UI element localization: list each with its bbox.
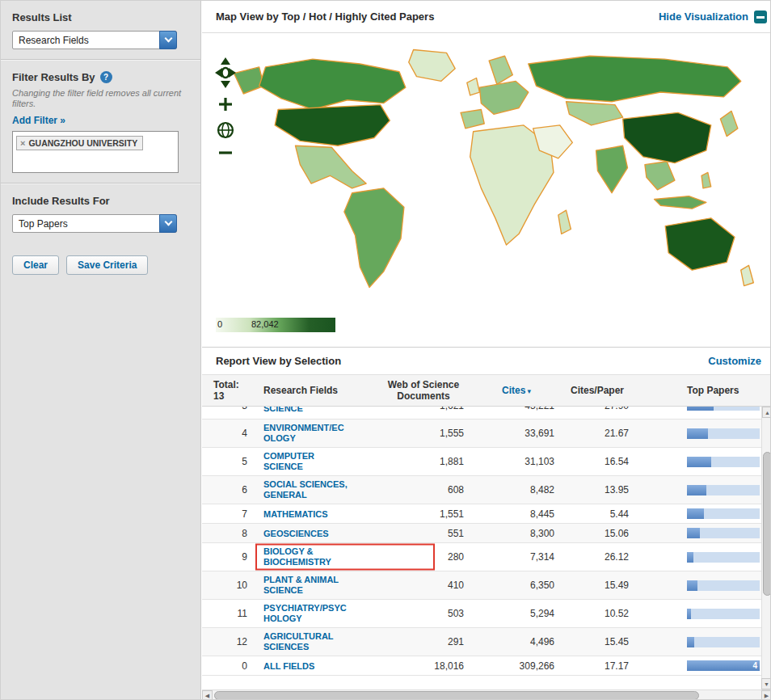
- research-field-link[interactable]: COMPUTER SCIENCE: [263, 451, 348, 472]
- scroll-right-arrow[interactable]: ▶: [761, 690, 771, 700]
- field-cell: ENVIRONMENT/ECOLOGY: [254, 423, 375, 444]
- documents-cell: 608: [375, 484, 472, 495]
- cites-per-paper-cell: 15.45: [561, 636, 634, 647]
- cites-per-paper-cell: 13.95: [561, 484, 634, 495]
- table-row: 4 ENVIRONMENT/ECOLOGY 1,555 33,691 21.67: [202, 420, 761, 448]
- top-papers-bar-fill: [687, 580, 697, 591]
- documents-cell: 1,555: [375, 428, 472, 439]
- research-field-link[interactable]: ENVIRONMENT/ECOLOGY: [263, 423, 348, 444]
- top-papers-bar-track: [687, 508, 760, 519]
- scroll-up-arrow[interactable]: ▲: [762, 407, 771, 418]
- cites-per-paper-cell: 27.90: [561, 407, 634, 411]
- map-pan-zoom-controls[interactable]: [215, 57, 236, 183]
- report-view-title: Report View by Selection: [216, 355, 708, 367]
- research-field-link[interactable]: SOCIAL SCIENCES, GENERAL: [263, 479, 348, 500]
- top-papers-bar-label: 4: [752, 660, 757, 671]
- hide-visualization-link[interactable]: Hide Visualization: [659, 11, 748, 23]
- cites-cell: 6,350: [472, 580, 561, 591]
- field-cell: BIOLOGY & BIOCHEMISTRY: [254, 546, 375, 567]
- horizontal-scrollbar-thumb[interactable]: [214, 691, 699, 700]
- column-header-research-fields: Research Fields: [254, 385, 375, 396]
- research-field-link[interactable]: ALL FIELDS: [263, 661, 348, 672]
- top-papers-cell: [634, 528, 761, 538]
- country-alaska: [234, 67, 264, 94]
- cites-per-paper-cell: 10.52: [561, 608, 634, 619]
- research-field-link[interactable]: PLANT & ANIMAL SCIENCE: [263, 575, 348, 596]
- clear-button[interactable]: Clear: [12, 255, 59, 275]
- results-list-section: Results List Research Fields: [1, 1, 200, 59]
- top-papers-bar-track: [687, 580, 760, 591]
- top-papers-bar-fill: [687, 407, 714, 411]
- help-icon[interactable]: ?: [100, 71, 112, 83]
- top-papers-bar-fill: 4: [687, 660, 760, 671]
- field-cell: PSYCHIATRY/PSYCHOLOGY: [254, 603, 375, 624]
- table-header-row: Total: 13 Research Fields Web of Science…: [202, 374, 771, 407]
- chevron-down-icon[interactable]: [159, 31, 177, 49]
- sidebar: Results List Research Fields Filter Resu…: [1, 1, 201, 700]
- top-papers-bar-track: 4: [687, 660, 760, 671]
- top-papers-bar-fill: [687, 637, 694, 647]
- top-papers-bar-fill: [687, 528, 700, 538]
- scroll-down-arrow[interactable]: ▼: [761, 678, 771, 689]
- vertical-scrollbar[interactable]: ▲ ▼: [761, 407, 771, 689]
- research-field-link[interactable]: BIOLOGY & BIOCHEMISTRY: [263, 546, 348, 567]
- country-uk: [467, 78, 480, 95]
- cites-per-paper-cell: 5.44: [561, 508, 634, 520]
- customize-link[interactable]: Customize: [708, 355, 761, 367]
- field-cell: SCIENCE: [254, 407, 375, 415]
- research-field-link[interactable]: SCIENCE: [263, 407, 348, 414]
- map-legend: 0 82,042: [202, 318, 771, 347]
- country-usa: [275, 105, 390, 146]
- results-list-dropdown[interactable]: Research Fields: [12, 31, 177, 49]
- cites-cell: 5,294: [472, 608, 561, 619]
- main-panel: Map View by Top / Hot / Highly Cited Pap…: [202, 1, 771, 700]
- country-south-america: [344, 188, 404, 288]
- country-australia: [665, 218, 735, 270]
- top-papers-cell: [634, 485, 761, 495]
- research-field-link[interactable]: AGRICULTURAL SCIENCES: [263, 631, 348, 652]
- documents-cell: 551: [375, 528, 472, 539]
- cites-per-paper-cell: 17.17: [561, 660, 634, 672]
- choropleth-world-map[interactable]: [220, 36, 763, 302]
- chevron-down-icon[interactable]: [159, 214, 177, 233]
- column-header-cites-sort[interactable]: Cites▾: [472, 385, 561, 396]
- country-madagascar: [558, 210, 571, 234]
- country-se-asia: [645, 162, 675, 190]
- legend-min-label: 0: [217, 319, 222, 329]
- rank-cell: 6: [202, 484, 254, 495]
- active-filter-list: × GUANGZHOU UNIVERSITY: [12, 131, 179, 173]
- research-field-link[interactable]: GEOSCIENCES: [263, 529, 348, 539]
- results-list-label: Results List: [12, 11, 189, 23]
- add-filter-link[interactable]: Add Filter »: [12, 115, 65, 126]
- country-europe: [479, 81, 528, 114]
- filter-tag-label: GUANGZHOU UNIVERSITY: [28, 138, 137, 148]
- world-map[interactable]: [202, 33, 771, 318]
- save-criteria-button[interactable]: Save Criteria: [66, 255, 148, 275]
- horizontal-scrollbar[interactable]: ◀ ▶: [202, 689, 771, 700]
- sort-descending-icon: ▾: [527, 387, 531, 395]
- top-papers-bar-track: [687, 428, 760, 439]
- include-results-dropdown[interactable]: Top Papers: [12, 214, 177, 233]
- column-header-top-papers: Top Papers: [634, 385, 771, 396]
- vertical-scrollbar-thumb[interactable]: [763, 452, 771, 596]
- cites-cell: 309,266: [472, 660, 561, 672]
- table-row: 0 ALL FIELDS 18,016 309,266 17.17 4: [202, 656, 761, 676]
- rank-cell: 11: [202, 608, 254, 619]
- cites-cell: 8,482: [472, 484, 561, 495]
- filter-tag[interactable]: × GUANGZHOU UNIVERSITY: [16, 136, 143, 150]
- country-canada: [259, 59, 406, 109]
- scroll-left-arrow[interactable]: ◀: [202, 690, 213, 700]
- sidebar-buttons: Clear Save Criteria: [1, 242, 200, 288]
- table-row: 8 GEOSCIENCES 551 8,300 15.06: [202, 524, 761, 543]
- top-papers-cell: [634, 609, 761, 619]
- cites-cell: 33,691: [472, 428, 561, 439]
- top-papers-cell: [634, 457, 761, 467]
- research-field-link[interactable]: PSYCHIATRY/PSYCHOLOGY: [263, 603, 348, 624]
- research-field-link[interactable]: MATHEMATICS: [263, 509, 348, 520]
- table-row: 12 AGRICULTURAL SCIENCES 291 4,496 15.45: [202, 628, 761, 656]
- remove-filter-icon[interactable]: ×: [20, 138, 25, 148]
- table-row: 6 SOCIAL SCIENCES, GENERAL 608 8,482 13.…: [202, 476, 761, 504]
- total-count-header: Total: 13: [202, 379, 254, 402]
- top-papers-bar-fill: [687, 508, 704, 519]
- collapse-minus-icon[interactable]: [754, 11, 767, 23]
